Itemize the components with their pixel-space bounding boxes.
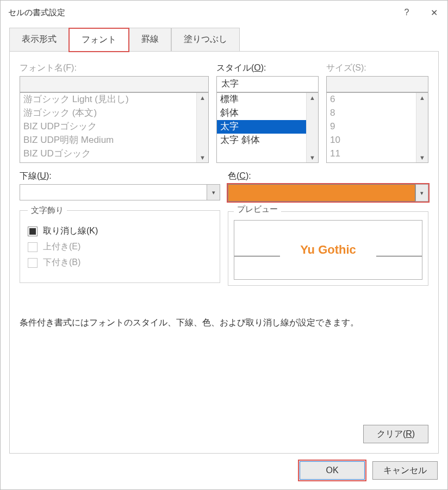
help-button[interactable]: ? [393,1,420,24]
list-item[interactable]: 8 [327,106,416,120]
chevron-up-icon: ▲ [200,95,206,101]
size-input[interactable] [326,76,428,92]
ok-button[interactable]: OK [300,461,365,480]
list-item[interactable]: 12 [327,161,416,162]
chevron-up-icon: ▲ [309,95,315,101]
tab-row: 表示形式 フォント 罫線 塗りつぶし [9,28,439,52]
list-item[interactable]: 9 [327,120,416,134]
titlebar: セルの書式設定 ? ✕ [1,1,447,24]
scrollbar[interactable]: ▲ ▼ [196,93,208,162]
preview-line [234,256,280,256]
chevron-down-icon: ▾ [207,185,220,200]
clear-button[interactable]: クリア(R) [363,425,428,443]
scrollbar[interactable]: ▲ ▼ [306,93,318,162]
underline-value [20,185,207,200]
tab-display-format[interactable]: 表示形式 [9,28,69,51]
style-list[interactable]: 標準 斜体 太字 太字 斜体 ▲ ▼ [216,92,319,163]
checkbox-superscript: 上付き(E) [28,241,212,253]
window-title: セルの書式設定 [8,8,393,18]
tab-border[interactable]: 罫線 [129,28,171,51]
preview-text: Yu Gothic [300,243,356,257]
dialog-format-cells: セルの書式設定 ? ✕ 表示形式 フォント 罫線 塗りつぶし フォント名(F):… [0,0,448,490]
scrollbar[interactable]: ▲ ▼ [416,93,428,162]
font-name-input[interactable] [20,76,209,92]
font-name-label: フォント名(F): [20,62,209,74]
note-text: 条件付き書式にはフォントのスタイル、下線、色、および取り消し線が設定できます。 [20,317,428,329]
list-item[interactable]: 6 [327,93,416,106]
size-list[interactable]: 6 8 9 10 11 12 ▲ ▼ [326,92,428,163]
decorations-fieldset: 文字飾り 取り消し線(K) 上付き(E) 下付き(B) [20,210,220,283]
list-item[interactable]: 太字 [217,120,306,134]
tab-content: フォント名(F): 游ゴシック Light (見出し) 游ゴシック (本文) B… [9,52,439,454]
font-name-list[interactable]: 游ゴシック Light (見出し) 游ゴシック (本文) BIZ UDPゴシック… [20,92,209,163]
chevron-down-icon: ▼ [419,154,425,161]
checkbox-strikethrough[interactable]: 取り消し線(K) [28,225,212,237]
button-row: OK キャンセル [1,454,447,489]
preview-fieldset: プレビュー Yu Gothic [228,211,428,286]
list-item[interactable]: 太字 斜体 [217,134,306,147]
checkbox-box [28,227,38,236]
tab-font[interactable]: フォント [69,28,129,52]
list-item[interactable]: BIZ UDP明朝 Medium [20,134,196,147]
list-item[interactable]: BIZ UD明朝 Medium [20,161,196,162]
list-item[interactable]: BIZ UDゴシック [20,147,196,161]
list-item[interactable]: 標準 [217,93,306,106]
preview-area: Yu Gothic [234,220,422,280]
list-item[interactable]: BIZ UDPゴシック [20,120,196,134]
cancel-button[interactable]: キャンセル [372,461,438,480]
style-label: スタイル(O): [216,62,319,74]
close-button[interactable]: ✕ [420,1,447,24]
underline-label: 下線(U): [20,171,220,182]
style-input[interactable]: 太字 [216,76,319,92]
chevron-down-icon: ▼ [309,154,315,161]
preview-legend: プレビュー [234,204,281,215]
list-item[interactable]: 游ゴシック (本文) [20,106,196,120]
color-dropdown[interactable]: ▾ [228,184,428,202]
chevron-down-icon: ▾ [415,184,428,202]
checkbox-box [28,258,38,268]
chevron-up-icon: ▲ [419,95,425,101]
checkbox-subscript: 下付き(B) [28,257,212,268]
tab-fill[interactable]: 塗りつぶし [171,28,240,51]
list-item[interactable]: 11 [327,147,416,161]
list-item[interactable]: 斜体 [217,106,306,120]
decorations-legend: 文字飾り [28,205,67,216]
chevron-down-icon: ▼ [200,154,206,161]
color-swatch [228,184,415,202]
size-label: サイズ(S): [326,62,428,74]
underline-dropdown[interactable]: ▾ [20,184,220,200]
checkbox-box [28,242,38,252]
color-label: 色(C): [228,171,428,182]
list-item[interactable]: 10 [327,134,416,147]
preview-line [376,256,422,256]
list-item[interactable]: 游ゴシック Light (見出し) [20,93,196,106]
